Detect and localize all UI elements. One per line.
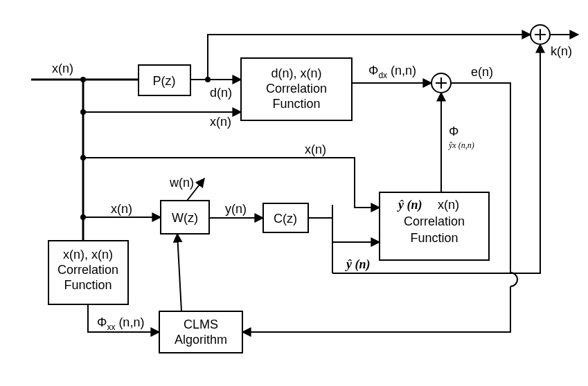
label-corr-dx-1: d(n), x(n) [271, 66, 321, 80]
label-corr-xx-2: Correlation [57, 263, 118, 277]
label-P: P(z) [153, 74, 176, 88]
label-phixx: Φxx (n,n) [97, 315, 144, 332]
label-x-in: x(n) [52, 62, 73, 75]
label-k: k(n) [551, 44, 572, 58]
phi-xx-sub: xx [107, 322, 115, 332]
wire-e-hop [510, 273, 517, 286]
label-clms-2: Algorithm [175, 333, 227, 347]
label-y: y(n) [225, 202, 247, 216]
label-w: w(n) [169, 176, 194, 190]
label-corr-dx-2: Correlation [266, 82, 327, 95]
summer-e [431, 73, 451, 93]
label-corr-dx-3: Function [272, 97, 320, 111]
label-yhat: ŷ (n) [345, 257, 371, 272]
label-x-to-W: x(n) [111, 202, 132, 216]
label-corr-xx-3: Function [64, 278, 112, 292]
label-corr-yx-3: Function [410, 231, 458, 245]
block-diagram: P(z) d(n), x(n) Correlation Function W(z… [0, 0, 588, 386]
label-x-to-yx: x(n) [305, 143, 326, 156]
wire-x-to-corryx [83, 158, 380, 208]
label-C: C(z) [274, 212, 297, 226]
label-phiyx-sub: ŷx (n,n) [448, 140, 474, 150]
phi-dx-arg: (n,n) [387, 64, 416, 77]
phi-xx-arg: (n,n) [115, 315, 144, 329]
label-d: d(n) [210, 86, 232, 100]
wire-clms-to-W [177, 234, 181, 311]
wire-e-to-clms [242, 286, 510, 332]
phi-xx-sym: Φ [97, 315, 107, 329]
phi-dx-sym: Φ [368, 64, 378, 77]
wire-C-to-corryx [332, 218, 380, 242]
label-x-top2: x(n) [210, 115, 231, 129]
label-clms-1: CLMS [184, 318, 218, 331]
label-corr-yx-1b: x(n) [438, 198, 459, 212]
label-corr-yx-2: Correlation [404, 214, 465, 228]
label-e: e(n) [471, 65, 493, 79]
summer-k [531, 25, 550, 44]
label-W: W(z) [172, 211, 198, 225]
label-phidx: Φdx (n,n) [368, 64, 416, 80]
phi-dx-sub: dx [378, 71, 387, 80]
label-corr-xx-1: x(n), x(n) [63, 248, 113, 261]
label-corr-yx-1a: ŷ (n) [397, 198, 422, 212]
label-phiyx-sym: Φ [449, 125, 458, 138]
